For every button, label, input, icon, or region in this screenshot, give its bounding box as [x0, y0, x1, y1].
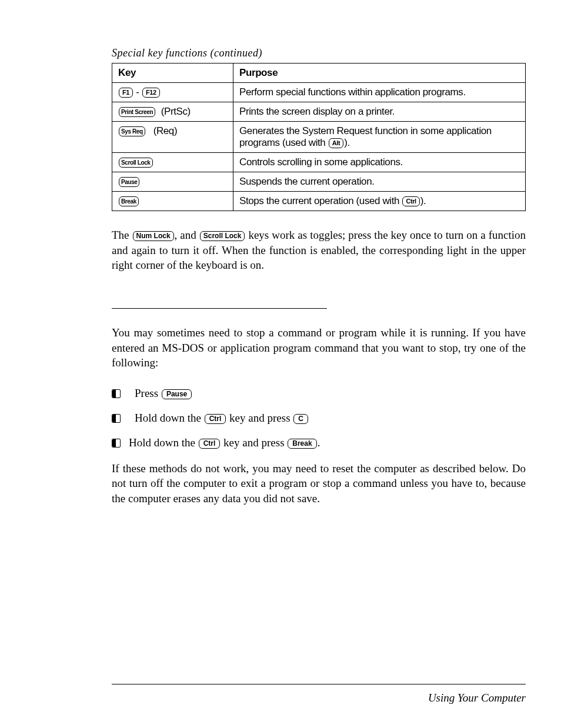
key-cell: Break: [112, 192, 233, 211]
table-row: Scroll LockControls scrolling in some ap…: [112, 153, 526, 172]
table-row: PauseSuspends the current operation.: [112, 172, 526, 192]
key-cell: Print Screen (PrtSc): [112, 102, 233, 122]
key-cell: Pause: [112, 172, 233, 192]
purpose-cell: Suspends the current operation.: [233, 172, 526, 192]
table-row: Print Screen (PrtSc)Prints the screen di…: [112, 102, 526, 122]
key-cell: F1 - F12: [112, 83, 233, 102]
bullet-icon: [112, 439, 121, 448]
purpose-cell: Prints the screen display on a printer.: [233, 102, 526, 122]
key-cell: Sys Req (Req): [112, 122, 233, 153]
paragraph-toggles: The Num Lock, and Scroll Lock keys work …: [112, 228, 526, 273]
list-item: Hold down the Ctrl key and press Break.: [112, 436, 526, 449]
list-item-text: Hold down the Ctrl key and press Break.: [129, 436, 320, 449]
table-header-key: Key: [112, 64, 233, 83]
paragraph-stop-command: You may sometimes need to stop a command…: [112, 325, 526, 370]
key-functions-table: Key Purpose F1 - F12Perform special func…: [112, 63, 526, 211]
page-footer: Using Your Computer: [112, 679, 526, 704]
list-item-text: Hold down the Ctrl key and press C: [135, 412, 309, 425]
purpose-cell: Perform special functions within applica…: [233, 83, 526, 102]
footer-text: Using Your Computer: [112, 692, 526, 704]
footer-rule: [112, 684, 526, 684]
section-divider: [112, 308, 327, 309]
paragraph-reset: If these methods do not work, you may ne…: [112, 461, 526, 506]
table-row: F1 - F12Perform special functions within…: [112, 83, 526, 102]
bullet-list: Press PauseHold down the Ctrl key and pr…: [112, 387, 526, 449]
bullet-icon: [112, 414, 121, 423]
purpose-cell: Controls scrolling in some applications.: [233, 153, 526, 172]
purpose-cell: Stops the current operation (used with C…: [233, 192, 526, 211]
table-row: BreakStops the current operation (used w…: [112, 192, 526, 211]
list-item-text: Press Pause: [135, 387, 192, 400]
table-header-purpose: Purpose: [233, 64, 526, 83]
table-row: Sys Req (Req)Generates the System Reques…: [112, 122, 526, 153]
purpose-cell: Generates the System Request function in…: [233, 122, 526, 153]
key-cell: Scroll Lock: [112, 153, 233, 172]
page: Special key functions (continued) Key Pu…: [0, 0, 561, 728]
list-item: Hold down the Ctrl key and press C: [112, 412, 526, 425]
list-item: Press Pause: [112, 387, 526, 400]
table-caption: Special key functions (continued): [112, 47, 526, 59]
bullet-icon: [112, 389, 121, 398]
